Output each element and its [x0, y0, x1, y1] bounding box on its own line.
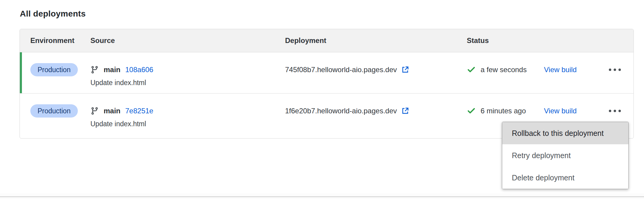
col-header-source: Source	[90, 36, 285, 45]
external-link-icon[interactable]	[401, 107, 409, 115]
col-header-status: Status	[467, 36, 544, 45]
more-options-button[interactable]	[606, 104, 624, 118]
menu-item-rollback[interactable]: Rollback to this deployment	[502, 122, 628, 144]
view-build-link[interactable]: View build	[544, 66, 577, 74]
commit-message: Update index.html	[90, 79, 285, 87]
status-text: a few seconds	[481, 66, 527, 74]
status-text: 6 minutes ago	[481, 107, 526, 115]
check-icon	[467, 65, 476, 74]
commit-link[interactable]: 7e8251e	[125, 107, 153, 115]
view-build-link[interactable]: View build	[544, 107, 577, 115]
table-header-row: Environment Source Deployment Status	[20, 29, 633, 52]
commit-message: Update index.html	[90, 120, 285, 128]
more-options-button[interactable]	[606, 63, 624, 76]
deployment-context-menu: Rollback to this deployment Retry deploy…	[502, 122, 629, 189]
menu-item-retry[interactable]: Retry deployment	[502, 144, 628, 167]
page-title: All deployments	[20, 9, 86, 19]
git-branch-icon	[90, 66, 99, 74]
branch-name: main	[104, 66, 120, 74]
menu-item-delete[interactable]: Delete deployment	[502, 167, 628, 189]
environment-badge: Production	[30, 104, 78, 118]
deployment-url: 745f08b7.helloworld-aio.pages.dev	[285, 66, 397, 74]
col-header-environment: Environment	[30, 36, 90, 45]
col-header-deployment: Deployment	[285, 36, 467, 45]
deployment-row-1: Production main 108a606 Update index.htm…	[20, 52, 633, 93]
deployment-url: 1f6e20b7.helloworld-aio.pages.dev	[285, 107, 397, 115]
page-bottom-divider	[0, 193, 644, 199]
environment-badge: Production	[30, 63, 78, 76]
git-branch-icon	[90, 107, 99, 115]
check-icon	[467, 106, 476, 115]
commit-link[interactable]: 108a606	[125, 66, 153, 74]
external-link-icon[interactable]	[401, 66, 409, 74]
branch-name: main	[104, 107, 120, 115]
